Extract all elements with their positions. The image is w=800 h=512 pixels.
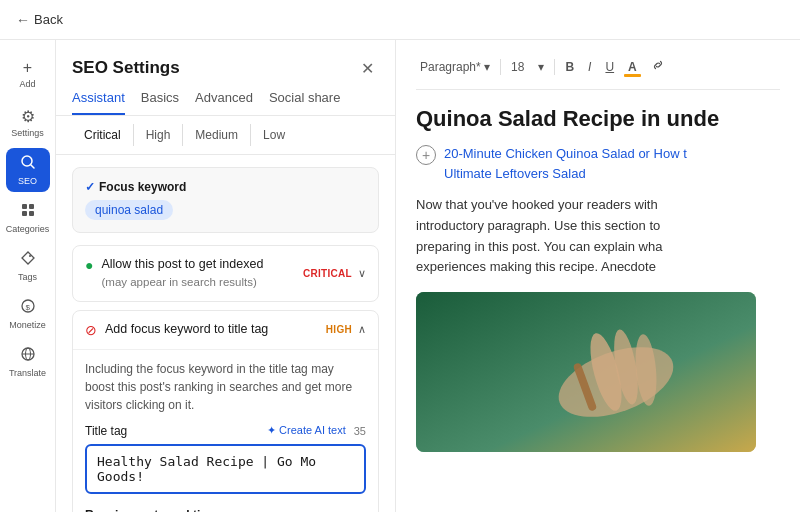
tab-assistant[interactable]: Assistant bbox=[72, 90, 125, 115]
translate-icon bbox=[20, 346, 36, 366]
chevron-up-icon: ∧ bbox=[358, 323, 366, 336]
font-size-control[interactable]: 18 bbox=[507, 58, 528, 76]
suggestion-text: 20-Minute Chicken Quinoa Salad or How t … bbox=[444, 144, 687, 183]
italic-button[interactable]: I bbox=[584, 58, 595, 76]
seo-item-title-tag-body: Including the focus keyword in the title… bbox=[73, 349, 378, 513]
categories-icon bbox=[20, 202, 36, 222]
toolbar-separator-2 bbox=[554, 59, 555, 75]
severity-badge-critical: CRITICAL bbox=[303, 268, 352, 279]
svg-text:$: $ bbox=[25, 303, 30, 312]
seo-item-indexing-left: ● Allow this post to get indexed(may app… bbox=[85, 256, 303, 291]
svg-rect-4 bbox=[22, 211, 27, 216]
text-color-button[interactable]: A bbox=[624, 58, 641, 76]
sidebar-item-seo-label: SEO bbox=[18, 176, 37, 186]
editor-toolbar: Paragraph* ▾ 18 ▾ B I U A bbox=[416, 56, 780, 90]
seo-item-description: Including the focus keyword in the title… bbox=[85, 360, 366, 414]
char-count: 35 bbox=[354, 425, 366, 437]
sidebar-item-tags-label: Tags bbox=[18, 272, 37, 282]
sidebar-item-tags[interactable]: Tags bbox=[6, 244, 50, 288]
sidebar-item-translate[interactable]: Translate bbox=[6, 340, 50, 384]
seo-panel-content: ✓ Focus keyword quinoa salad ● Allow thi… bbox=[56, 155, 395, 512]
add-suggestion-button[interactable]: + bbox=[416, 145, 436, 165]
article-body: Now that you've hooked your readers with… bbox=[416, 195, 780, 278]
keyword-tag[interactable]: quinoa salad bbox=[85, 200, 173, 220]
seo-panel-header: SEO Settings ✕ bbox=[56, 40, 395, 80]
seo-item-indexing-right: CRITICAL ∨ bbox=[303, 267, 366, 280]
toolbar-chevron-down[interactable]: ▾ bbox=[534, 58, 548, 76]
ai-text-button[interactable]: ✦ Create AI text bbox=[267, 424, 346, 437]
tab-social[interactable]: Social share bbox=[269, 90, 341, 115]
sidebar-item-settings-label: Settings bbox=[11, 128, 44, 138]
seo-panel: SEO Settings ✕ Assistant Basics Advanced… bbox=[56, 40, 396, 512]
sidebar-item-settings[interactable]: ⚙ Settings bbox=[6, 100, 50, 144]
severity-badge-high: HIGH bbox=[326, 324, 352, 335]
subtab-high[interactable]: High bbox=[134, 124, 184, 146]
toolbar-separator-1 bbox=[500, 59, 501, 75]
seo-panel-title: SEO Settings bbox=[72, 58, 180, 78]
main-layout: + Add ⚙ Settings SEO bbox=[0, 40, 800, 512]
title-tag-row: Title tag ✦ Create AI text 35 bbox=[85, 424, 366, 438]
link-button[interactable] bbox=[647, 56, 669, 77]
seo-tabs: Assistant Basics Advanced Social share bbox=[56, 80, 395, 116]
seo-item-indexing-text: Allow this post to get indexed(may appea… bbox=[101, 256, 263, 291]
article-image bbox=[416, 292, 756, 452]
underline-button[interactable]: U bbox=[601, 58, 618, 76]
close-button[interactable]: ✕ bbox=[355, 56, 379, 80]
top-bar: ← Back bbox=[0, 0, 800, 40]
subtab-critical[interactable]: Critical bbox=[72, 124, 134, 146]
tags-icon bbox=[20, 250, 36, 270]
sidebar-item-add[interactable]: + Add bbox=[6, 52, 50, 96]
seo-item-title-tag-text: Add focus keyword to title tag bbox=[105, 321, 268, 339]
back-label: Back bbox=[34, 12, 63, 27]
seo-item-title-tag: ⊘ Add focus keyword to title tag HIGH ∧ … bbox=[72, 310, 379, 512]
sidebar-icons: + Add ⚙ Settings SEO bbox=[0, 40, 56, 512]
status-icon-green: ● bbox=[85, 257, 93, 273]
sidebar-item-add-label: Add bbox=[19, 79, 35, 89]
back-button[interactable]: ← Back bbox=[16, 12, 63, 28]
tab-basics[interactable]: Basics bbox=[141, 90, 179, 115]
suggestion-row: + 20-Minute Chicken Quinoa Salad or How … bbox=[416, 144, 780, 183]
svg-line-1 bbox=[31, 165, 34, 168]
sidebar-item-seo[interactable]: SEO bbox=[6, 148, 50, 192]
svg-point-6 bbox=[29, 255, 31, 257]
settings-icon: ⚙ bbox=[21, 107, 35, 126]
seo-icon bbox=[20, 154, 36, 174]
severity-subtabs: Critical High Medium Low bbox=[56, 116, 395, 155]
article-title: Quinoa Salad Recipe in unde bbox=[416, 106, 780, 132]
requirements-title: Requirements and tips: bbox=[85, 508, 366, 513]
back-arrow-icon: ← bbox=[16, 12, 30, 28]
sidebar-item-monetize-label: Monetize bbox=[9, 320, 46, 330]
title-tag-label: Title tag bbox=[85, 424, 127, 438]
subtab-low[interactable]: Low bbox=[251, 124, 297, 146]
focus-keyword-box: ✓ Focus keyword quinoa salad bbox=[72, 167, 379, 233]
title-tag-input[interactable]: Healthy Salad Recipe | Go Mo Goods! bbox=[85, 444, 366, 494]
sidebar-item-categories-label: Categories bbox=[6, 224, 50, 234]
seo-item-indexing-header[interactable]: ● Allow this post to get indexed(may app… bbox=[73, 246, 378, 301]
subtab-medium[interactable]: Medium bbox=[183, 124, 251, 146]
seo-item-title-tag-left: ⊘ Add focus keyword to title tag bbox=[85, 321, 326, 339]
seo-item-title-tag-header[interactable]: ⊘ Add focus keyword to title tag HIGH ∧ bbox=[73, 311, 378, 349]
tab-advanced[interactable]: Advanced bbox=[195, 90, 253, 115]
sidebar-item-monetize[interactable]: $ Monetize bbox=[6, 292, 50, 336]
status-icon-red: ⊘ bbox=[85, 322, 97, 338]
add-icon: + bbox=[23, 59, 32, 77]
focus-keyword-label: ✓ Focus keyword bbox=[85, 180, 366, 194]
seo-item-indexing: ● Allow this post to get indexed(may app… bbox=[72, 245, 379, 302]
chevron-down-icon: ∨ bbox=[358, 267, 366, 280]
sidebar-item-categories[interactable]: Categories bbox=[6, 196, 50, 240]
content-area: Paragraph* ▾ 18 ▾ B I U A Quinoa Salad R… bbox=[396, 40, 800, 512]
svg-rect-3 bbox=[29, 204, 34, 209]
seo-item-title-tag-right: HIGH ∧ bbox=[326, 323, 366, 336]
svg-rect-5 bbox=[29, 211, 34, 216]
svg-rect-2 bbox=[22, 204, 27, 209]
paragraph-dropdown[interactable]: Paragraph* ▾ bbox=[416, 58, 494, 76]
monetize-icon: $ bbox=[20, 298, 36, 318]
bold-button[interactable]: B bbox=[561, 58, 578, 76]
check-icon: ✓ bbox=[85, 180, 95, 194]
sidebar-item-translate-label: Translate bbox=[9, 368, 46, 378]
